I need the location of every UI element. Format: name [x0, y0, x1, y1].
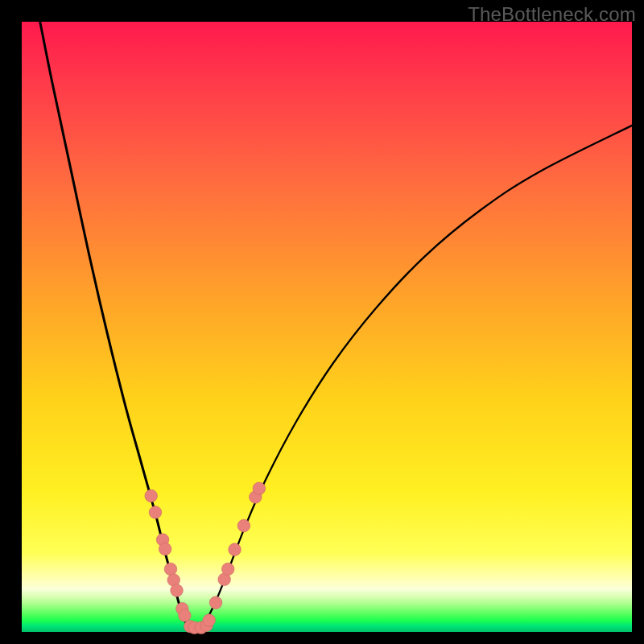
data-marker: [159, 543, 171, 555]
data-marker: [221, 563, 234, 576]
data-marker: [145, 489, 158, 502]
curve-right-arm: [192, 126, 632, 632]
chart-svg: [22, 22, 632, 632]
chart-frame: TheBottleneck.com: [0, 0, 644, 644]
data-marker: [149, 506, 162, 519]
data-marker: [253, 482, 266, 495]
watermark-text: TheBottleneck.com: [468, 3, 636, 26]
data-marker: [164, 563, 177, 576]
data-marker: [237, 519, 250, 532]
data-marker: [229, 543, 242, 556]
curve-layer: [40, 22, 632, 632]
data-marker: [179, 609, 192, 622]
plot-area: [22, 22, 632, 632]
curve-left-arm: [40, 22, 193, 632]
data-marker: [203, 614, 216, 627]
data-marker: [171, 584, 184, 597]
marker-layer: [145, 482, 266, 634]
data-marker: [209, 597, 222, 609]
